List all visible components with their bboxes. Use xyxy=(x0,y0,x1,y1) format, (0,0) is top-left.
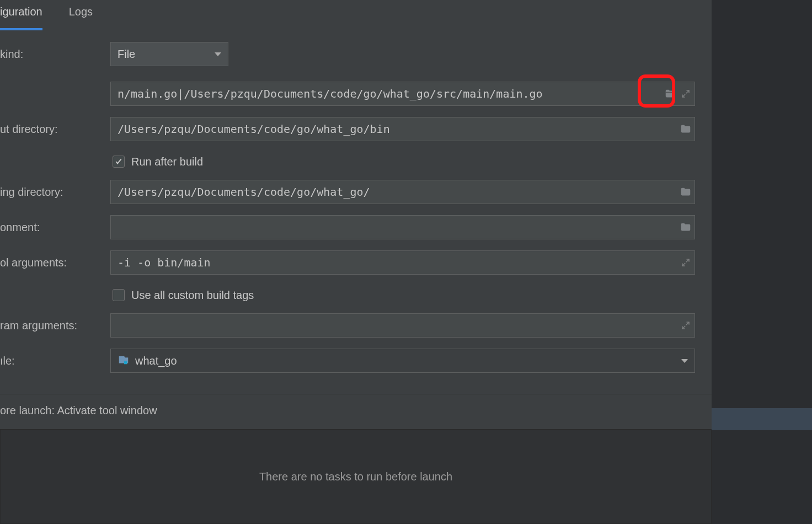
browse-env-icon[interactable] xyxy=(679,221,692,234)
browse-working-dir-icon[interactable] xyxy=(679,185,692,199)
environment-input[interactable] xyxy=(110,215,695,239)
browse-files-icon[interactable] xyxy=(664,87,677,100)
run-kind-dropdown[interactable]: File xyxy=(110,42,228,66)
working-dir-input[interactable]: /Users/pzqu/Documents/code/go/what_go/ xyxy=(110,180,695,204)
label-program-args: ram arguments: xyxy=(0,319,110,332)
run-after-build-label: Run after build xyxy=(131,156,203,168)
expand-files-icon[interactable] xyxy=(679,87,692,100)
divider xyxy=(0,394,712,394)
right-gutter-highlight xyxy=(712,408,812,430)
module-dropdown[interactable]: what_go xyxy=(110,349,695,373)
browse-output-icon[interactable] xyxy=(679,122,692,136)
chevron-down-icon xyxy=(215,52,221,56)
module-name: what_go xyxy=(135,355,688,367)
before-launch-title: ore launch: Activate tool window xyxy=(0,404,712,417)
config-panel: iguration Logs kind: File n/main xyxy=(0,0,712,524)
run-after-build-row: Run after build xyxy=(110,150,203,173)
use-custom-tags-row: Use all custom build tags xyxy=(110,284,254,307)
tab-configuration[interactable]: iguration xyxy=(0,0,42,30)
before-launch-empty-text: There are no tasks to run before launch xyxy=(259,470,452,483)
run-config-dialog: iguration Logs kind: File n/main xyxy=(0,0,812,524)
label-module: ıle: xyxy=(0,355,110,367)
tool-args-input[interactable]: -i -o bin/main xyxy=(110,250,695,275)
tab-logs[interactable]: Logs xyxy=(69,0,93,30)
label-environment: onment: xyxy=(0,221,110,234)
expand-tool-args-icon[interactable] xyxy=(679,256,692,269)
before-launch-tasks-area[interactable]: There are no tasks to run before launch xyxy=(0,429,712,524)
label-tool-args: ol arguments: xyxy=(0,256,110,269)
right-gutter xyxy=(712,0,812,524)
use-custom-tags-checkbox[interactable] xyxy=(113,289,125,301)
label-run-kind: kind: xyxy=(0,48,110,61)
tab-bar: iguration Logs xyxy=(0,0,712,31)
svg-rect-0 xyxy=(124,361,127,364)
label-output-dir: ut directory: xyxy=(0,123,110,136)
output-dir-input[interactable]: /Users/pzqu/Documents/code/go/what_go/bi… xyxy=(110,117,695,141)
config-form: kind: File n/main.go|/Users/pzqu/Documen… xyxy=(0,31,712,382)
program-args-input[interactable] xyxy=(110,313,695,338)
files-input[interactable]: n/main.go|/Users/pzqu/Documents/code/go/… xyxy=(110,82,695,106)
label-working-dir: ing directory: xyxy=(0,186,110,199)
run-after-build-checkbox[interactable] xyxy=(113,156,125,168)
expand-program-args-icon[interactable] xyxy=(679,319,692,332)
chevron-down-icon xyxy=(681,359,688,363)
module-icon xyxy=(117,354,130,368)
use-custom-tags-label: Use all custom build tags xyxy=(131,289,254,302)
run-kind-value: File xyxy=(117,48,135,61)
